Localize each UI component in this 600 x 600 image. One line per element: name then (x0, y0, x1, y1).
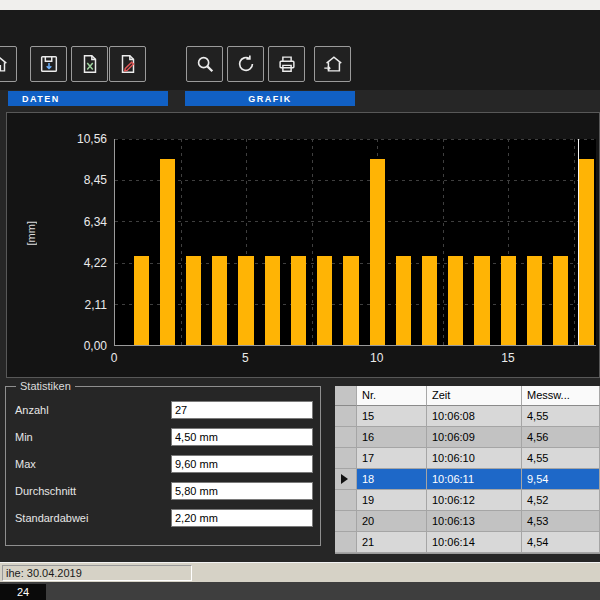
chart-bar (370, 159, 385, 345)
table-row[interactable]: 1910:06:124,52 (335, 490, 600, 511)
table-row[interactable]: 1510:06:084,55 (335, 406, 600, 427)
x-tick-label: 10 (370, 351, 383, 365)
excel-export-button[interactable] (71, 46, 108, 82)
table-cell: 17 (357, 448, 427, 469)
x-tick-label: 0 (111, 351, 118, 365)
chart-bar (134, 256, 149, 345)
x-tick-label: 15 (501, 351, 514, 365)
row-marker-cell (335, 490, 357, 511)
stat-input-durchschnitt[interactable] (171, 482, 313, 500)
stat-input-standardabweichung[interactable] (171, 509, 313, 527)
stat-label-max: Max (15, 458, 36, 470)
stat-row-durchschnitt: Durchschnitt (6, 482, 320, 502)
table-cell: 4,55 (522, 448, 600, 469)
chart-bar (579, 159, 594, 345)
chart-bar (317, 256, 332, 345)
table-cell: 10:06:08 (427, 406, 522, 427)
zoom-button[interactable] (186, 46, 223, 82)
table-cell: 10:06:09 (427, 427, 522, 448)
tab-daten-label: DATEN (22, 94, 60, 104)
row-marker-cell (335, 448, 357, 469)
statistics-title: Statistiken (16, 380, 75, 392)
row-marker-cell (335, 427, 357, 448)
table-row[interactable]: 1810:06:119,54 (335, 469, 600, 490)
chart-bar (291, 256, 306, 345)
tab-grafik[interactable]: GRAFIK (185, 91, 355, 106)
table-row[interactable]: 1710:06:104,55 (335, 448, 600, 469)
header-nr[interactable]: Nr. (357, 386, 427, 406)
plot-area[interactable] (114, 139, 596, 346)
stat-label-standardabweichung: Standardabwei (15, 512, 88, 524)
table-body: 1510:06:084,551610:06:094,561710:06:104,… (335, 406, 600, 553)
document-x-icon (79, 53, 101, 75)
taskbar-clock-text: 24 (17, 586, 29, 598)
v-gridline (443, 139, 444, 345)
table-cell: 20 (357, 511, 427, 532)
selected-row-arrow-icon (341, 474, 348, 484)
report-button[interactable] (109, 46, 146, 82)
print-button[interactable] (268, 46, 305, 82)
table-cell: 9,54 (522, 469, 600, 490)
y-tick-label: 0,00 (84, 339, 107, 353)
bottom-strip: 24 (0, 582, 600, 600)
house-exit-icon (322, 53, 344, 75)
document-pen-icon (117, 53, 139, 75)
header-messwert[interactable]: Messw... (522, 386, 600, 406)
x-axis-ticks: 051015 (114, 351, 596, 367)
chart-bar (422, 256, 437, 345)
table-cell: 4,52 (522, 490, 600, 511)
measurements-table: Nr. Zeit Messw... 1510:06:084,551610:06:… (335, 386, 600, 554)
chart-bar (474, 256, 489, 345)
home-button-partial[interactable] (0, 46, 17, 82)
row-marker-cell (335, 532, 357, 553)
chart-bar (553, 256, 568, 345)
magnifier-icon (194, 53, 216, 75)
h-gridline (115, 221, 596, 222)
y-tick-label: 8,45 (84, 173, 107, 187)
toolbar (0, 10, 600, 90)
stat-label-anzahl: Anzahl (15, 404, 49, 416)
y-tick-label: 6,34 (84, 215, 107, 229)
table-row[interactable]: 2010:06:134,53 (335, 511, 600, 532)
table-cell: 4,54 (522, 532, 600, 553)
table-cell: 18 (357, 469, 427, 490)
y-axis-ticks: 0,002,114,226,348,4510,56 (59, 139, 107, 346)
stat-input-min[interactable] (171, 428, 313, 446)
recycle-icon (235, 53, 257, 75)
row-marker-cell (335, 406, 357, 427)
row-marker-cell (335, 511, 357, 532)
chart-bar (396, 256, 411, 345)
h-gridline (115, 180, 596, 181)
row-marker-cell (335, 469, 357, 490)
stat-input-anzahl[interactable] (171, 401, 313, 419)
chart-bar (160, 159, 175, 345)
window-top-strip (0, 0, 600, 10)
refresh-button[interactable] (227, 46, 264, 82)
exit-button[interactable] (314, 46, 351, 82)
header-zeit[interactable]: Zeit (427, 386, 522, 406)
table-cell: 4,53 (522, 511, 600, 532)
table-row[interactable]: 1610:06:094,56 (335, 427, 600, 448)
statistics-groupbox: Statistiken Anzahl Min Max Durchschnitt … (5, 386, 321, 546)
save-button[interactable] (30, 46, 67, 82)
table-row[interactable]: 2110:06:144,54 (335, 532, 600, 553)
house-icon (0, 53, 10, 75)
table-cell: 4,55 (522, 406, 600, 427)
stat-label-durchschnitt: Durchschnitt (15, 485, 76, 497)
table-header: Nr. Zeit Messw... (335, 386, 600, 406)
tab-daten[interactable]: DATEN (8, 91, 168, 106)
table-cell: 10:06:11 (427, 469, 522, 490)
chart-panel: [mm] 0,002,114,226,348,4510,56 051015 (6, 112, 600, 378)
table-cell: 10:06:12 (427, 490, 522, 511)
y-tick-label: 2,11 (85, 298, 107, 312)
v-gridline (181, 139, 182, 345)
status-bar: ihe: 30.04.2019 (0, 562, 600, 582)
y-tick-label: 4,22 (84, 256, 107, 270)
stat-row-anzahl: Anzahl (6, 401, 320, 421)
application-window: DATEN GRAFIK [mm] 0,002,114,226,348,4510… (0, 0, 600, 600)
table-cell: 4,56 (522, 427, 600, 448)
stat-row-max: Max (6, 455, 320, 475)
y-tick-label: 10,56 (77, 132, 107, 146)
stat-input-max[interactable] (171, 455, 313, 473)
chart-bar (501, 256, 516, 345)
